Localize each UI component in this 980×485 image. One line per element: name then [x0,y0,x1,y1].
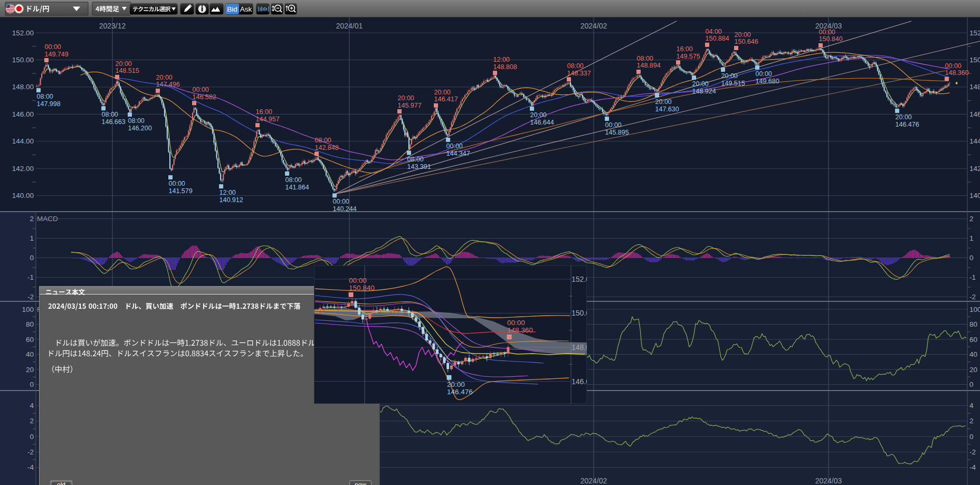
svg-text:150.0: 150.0 [572,309,587,317]
svg-text:20: 20 [969,366,977,374]
svg-text:144.347: 144.347 [446,150,470,157]
svg-text:142: 142 [969,165,980,173]
svg-text:12:00: 12:00 [493,56,510,63]
svg-text:00:00: 00:00 [507,319,525,327]
svg-text:146.00: 146.00 [12,110,34,118]
svg-text:2: 2 [30,417,34,425]
svg-text:148.924: 148.924 [692,88,716,95]
svg-text:20:00: 20:00 [735,31,751,39]
svg-text:20: 20 [26,366,34,374]
svg-text:2: 2 [969,417,974,425]
svg-text:0: 0 [30,433,34,441]
svg-text:148.337: 148.337 [567,70,591,77]
svg-text:148.360: 148.360 [507,326,533,334]
svg-text:80: 80 [26,320,34,328]
svg-text:-1: -1 [969,273,976,281]
svg-text:146.200: 146.200 [128,125,152,132]
svg-text:80: 80 [969,320,977,328]
svg-text:40: 40 [26,350,34,358]
svg-text:146.417: 146.417 [434,96,458,103]
svg-text:145.895: 145.895 [605,129,629,136]
svg-text:152: 152 [969,29,980,37]
svg-text:12:00: 12:00 [220,189,236,196]
svg-text:2024/02: 2024/02 [581,22,607,30]
svg-text:144.00: 144.00 [12,137,34,145]
svg-text:MACD: MACD [37,215,58,223]
svg-text:08:00: 08:00 [567,62,584,70]
svg-text:149.575: 149.575 [677,53,700,60]
svg-text:142.00: 142.00 [12,165,34,173]
svg-text:146.476: 146.476 [447,388,473,396]
svg-text:16:00: 16:00 [256,108,272,116]
svg-text:00:00: 00:00 [446,142,463,150]
svg-text:2: 2 [30,215,34,223]
svg-text:0: 0 [969,254,974,262]
svg-text:-2: -2 [969,293,976,301]
svg-text:08:00: 08:00 [128,117,145,125]
svg-text:16:00: 16:00 [677,45,693,53]
svg-text:146.0: 146.0 [572,377,587,386]
svg-text:0: 0 [969,381,974,388]
svg-text:20:00: 20:00 [896,113,912,121]
svg-text:140.244: 140.244 [333,205,357,213]
svg-text:60: 60 [969,336,977,344]
svg-text:-2: -2 [969,448,976,456]
svg-text:00:00: 00:00 [945,62,962,70]
svg-text:140: 140 [969,192,980,199]
svg-text:00:00: 00:00 [333,198,349,205]
svg-text:60: 60 [26,336,34,344]
svg-text:20:00: 20:00 [156,74,173,81]
svg-text:00:00: 00:00 [169,180,185,187]
svg-text:08:00: 08:00 [102,111,118,118]
svg-text:147.630: 147.630 [655,106,679,113]
svg-text:-2: -2 [27,293,34,301]
svg-text:4: 4 [969,402,974,410]
svg-text:2024/02: 2024/02 [581,477,607,485]
svg-text:148.00: 148.00 [12,83,34,91]
svg-text:-4: -4 [969,463,976,471]
svg-text:00:00: 00:00 [45,43,61,51]
svg-text:147.496: 147.496 [156,81,180,88]
svg-text:08:00: 08:00 [286,176,302,184]
svg-text:2024/01: 2024/01 [336,22,363,30]
svg-text:04:00: 04:00 [706,28,722,35]
svg-text:08:00: 08:00 [37,93,53,100]
svg-text:150.840: 150.840 [819,35,843,43]
svg-text:08:00: 08:00 [637,55,653,62]
svg-text:140.00: 140.00 [12,192,34,199]
svg-text:146.644: 146.644 [530,119,554,126]
svg-text:2024/03: 2024/03 [815,477,842,485]
svg-text:149.515: 149.515 [721,80,745,87]
svg-text:08:00: 08:00 [315,137,331,144]
svg-text:152.00: 152.00 [12,29,34,37]
svg-text:20:00: 20:00 [398,94,414,102]
svg-text:146.476: 146.476 [896,121,919,128]
svg-text:0: 0 [969,433,974,441]
svg-text:20:00: 20:00 [116,60,132,68]
svg-text:148.808: 148.808 [493,63,517,71]
svg-text:00:00: 00:00 [756,70,772,78]
svg-text:00:00: 00:00 [193,86,209,93]
svg-text:141.864: 141.864 [286,184,309,191]
svg-text:148.894: 148.894 [637,62,661,69]
svg-text:00:00: 00:00 [349,277,367,284]
svg-text:148.360: 148.360 [945,69,969,77]
svg-text:144: 144 [969,137,980,145]
svg-text:0: 0 [30,381,34,388]
svg-text:146.663: 146.663 [102,118,126,126]
svg-text:145.977: 145.977 [398,102,422,109]
svg-text:-4: -4 [27,463,34,471]
svg-text:149.749: 149.749 [45,51,69,58]
svg-text:148: 148 [969,83,980,91]
svg-text:4: 4 [30,402,34,410]
svg-text:-1: -1 [27,273,34,281]
svg-text:00:00: 00:00 [819,28,835,36]
svg-text:146: 146 [969,110,980,118]
svg-text:00:00: 00:00 [605,121,622,129]
svg-text:150.884: 150.884 [706,35,729,42]
svg-text:150.646: 150.646 [735,38,758,45]
svg-text:08:00: 08:00 [407,156,424,163]
svg-text:20:00: 20:00 [655,98,672,106]
svg-text:Bid: Bid [227,5,237,13]
svg-text:1: 1 [969,234,974,242]
